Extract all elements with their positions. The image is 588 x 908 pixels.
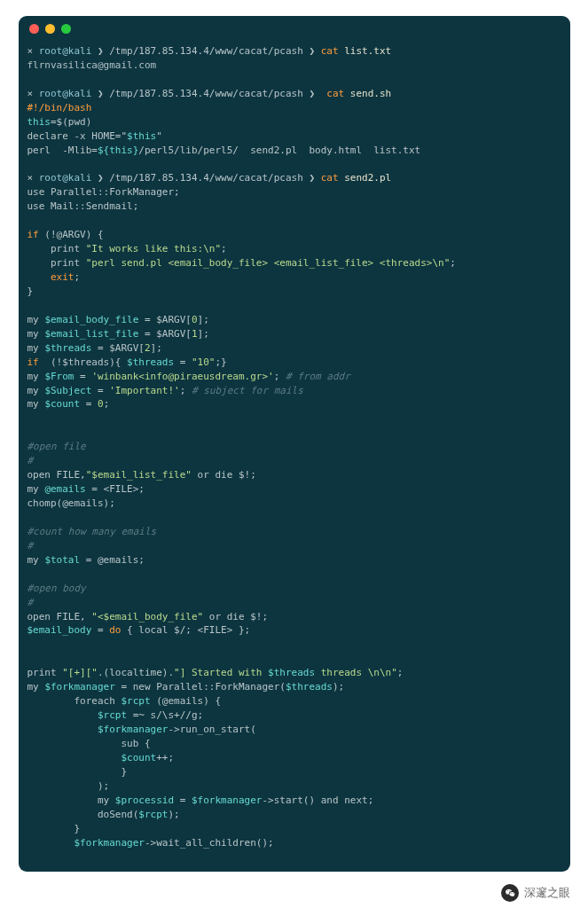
terminal-body[interactable]: × root@kali ❯ /tmp/187.85.134.4/www/caca…	[19, 41, 570, 872]
terminal-window: × root@kali ❯ /tmp/187.85.134.4/www/caca…	[19, 16, 570, 872]
titlebar	[19, 16, 570, 41]
cmd-cat: cat	[321, 45, 339, 57]
prompt-path: /tmp/187.85.134.4/www/cacat/pcash	[109, 45, 303, 57]
footer-logo: 深邃之眼	[501, 884, 570, 902]
close-icon[interactable]	[29, 24, 39, 34]
cmd-arg: list.txt	[344, 45, 391, 57]
prompt-end-icon: ❯	[303, 45, 321, 57]
minimize-icon[interactable]	[45, 24, 55, 34]
wechat-icon	[501, 884, 519, 902]
prompt-user: root@kali	[39, 45, 92, 57]
footer: 深邃之眼	[0, 872, 588, 907]
maximize-icon[interactable]	[61, 24, 71, 34]
footer-text: 深邃之眼	[524, 885, 570, 902]
shebang: #!/bin/bash	[27, 102, 92, 114]
prompt-sep-icon: ❯	[91, 45, 109, 57]
prompt-star: ×	[27, 45, 39, 57]
output-line: flrnvasilica@gmail.com	[27, 59, 157, 71]
